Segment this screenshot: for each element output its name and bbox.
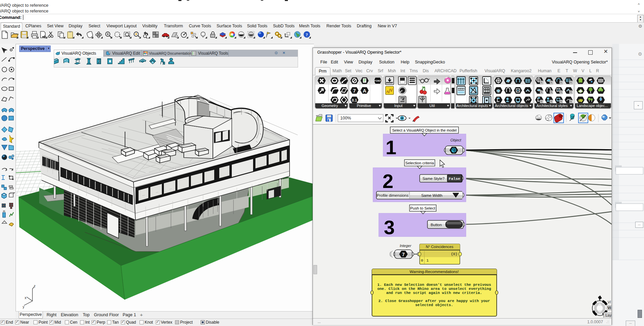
svg-text:Vi: Vi	[608, 300, 611, 304]
svg-text:Lay: Lay	[605, 313, 612, 317]
svg-text:Architectural styles: Architectural styles	[537, 104, 568, 108]
svg-text:Same Style?: Same Style?	[422, 176, 444, 181]
svg-text:?: ?	[306, 32, 308, 37]
svg-text:one. Click on the Rhino area t: one. Click on the Rhino area to unselect…	[377, 287, 491, 291]
svg-text:Push to Select: Push to Select	[410, 206, 436, 210]
svg-text:2. Close Grasshopper after you: 2. Close Grasshopper after you are happy…	[378, 299, 490, 303]
svg-text:0: 0	[421, 259, 423, 263]
svg-text:0.1: 0.1	[352, 98, 357, 102]
svg-text:and run the script again with: and run the script again with new criter…	[386, 291, 482, 295]
svg-text:A: A	[363, 88, 367, 93]
svg-text:N° Coincidences: N° Coincidences	[426, 245, 453, 249]
svg-text:selected objects.: selected objects.	[415, 303, 453, 307]
svg-text:Geometry: Geometry	[322, 104, 338, 108]
svg-text:Architectural inputs: Architectural inputs	[456, 104, 488, 108]
svg-text:Integer: Integer	[400, 244, 412, 248]
svg-text:Select a VisualARQ Object in t: Select a VisualARQ Object in the model	[392, 128, 457, 132]
svg-text:2: 2	[382, 170, 393, 192]
svg-text:y: y	[23, 305, 24, 309]
svg-text:Same Width: Same Width	[421, 193, 443, 197]
svg-text:Profile dimensions: Profile dimensions	[377, 193, 408, 197]
svg-text:Vi: Vi	[608, 306, 611, 310]
svg-text:{0}: {0}	[451, 252, 457, 256]
svg-text:z: z	[34, 284, 35, 288]
svg-text:FONT: FONT	[374, 79, 381, 82]
svg-text:Warning-Recommendations!: Warning-Recommendations!	[410, 270, 459, 274]
svg-text:3: 3	[384, 216, 395, 238]
svg-text:Landscape objec...: Landscape objec...	[577, 104, 608, 108]
svg-text:7: 7	[353, 88, 356, 93]
svg-text:Architectural objects: Architectural objects	[495, 104, 528, 108]
svg-text:1: 1	[386, 136, 396, 158]
svg-text:Button: Button	[430, 223, 442, 227]
svg-text:Selection criteria: Selection criteria	[405, 161, 434, 165]
svg-text:False: False	[449, 176, 461, 181]
svg-text:S: S	[528, 98, 529, 100]
svg-text:100%: 100%	[340, 116, 351, 120]
svg-text:Object: Object	[450, 138, 462, 142]
svg-text:7: 7	[402, 252, 405, 257]
svg-text:Input: Input	[394, 104, 402, 108]
svg-text:x: x	[25, 296, 26, 300]
svg-text:1: 1	[426, 259, 429, 263]
svg-text:Util: Util	[429, 104, 435, 108]
svg-text:1. Each new Selection doesn't: 1. Each new Selection doesn't unselect t…	[377, 283, 491, 287]
svg-text:Primitive: Primitive	[357, 104, 371, 108]
